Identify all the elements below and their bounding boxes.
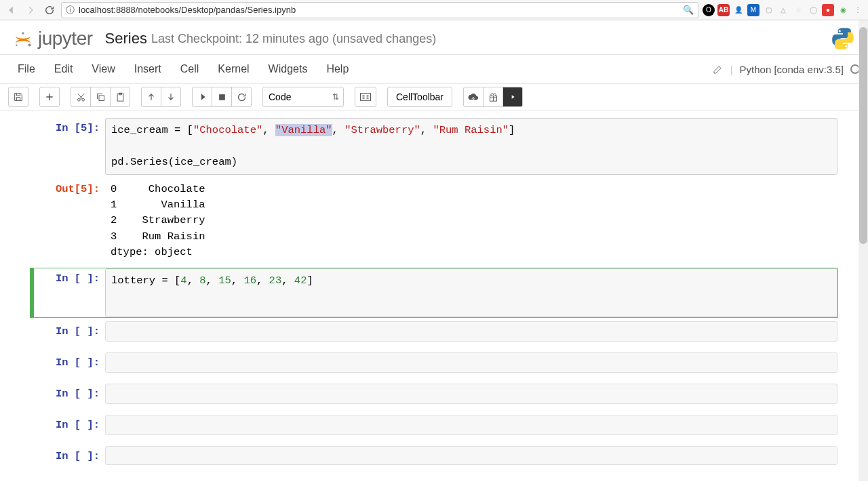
python-logo xyxy=(830,26,856,52)
nav-forward-button[interactable] xyxy=(23,3,38,18)
add-cell-button[interactable] xyxy=(39,87,60,107)
notebook-area: In [5]: ice_cream = ["Chocolate", "Vanil… xyxy=(0,110,868,485)
svg-point-1 xyxy=(28,44,31,47)
menu-help[interactable]: Help xyxy=(317,58,358,81)
code-input-empty[interactable] xyxy=(105,352,837,373)
code-input-5[interactable]: ice_cream = ["Chocolate", "Vanilla", "St… xyxy=(105,118,837,175)
browser-chrome: ⓘ localhost:8888/notebooks/Desktop/panda… xyxy=(0,0,868,20)
restart-kernel-button[interactable] xyxy=(231,87,252,107)
scrollbar-thumb[interactable] xyxy=(859,27,867,244)
ext-icon-5[interactable]: ▢ xyxy=(762,4,774,16)
ext-icon-9[interactable]: ● xyxy=(822,4,834,16)
in-prompt-empty: In [ ]: xyxy=(34,415,105,435)
kernel-name[interactable]: Python [conda env:3.5] xyxy=(740,64,844,75)
svg-rect-11 xyxy=(361,94,371,101)
jupyter-logo[interactable]: jupyter xyxy=(12,28,93,49)
page-zoom-icon[interactable]: 🔍 xyxy=(683,5,694,15)
url-bar[interactable]: ⓘ localhost:8888/notebooks/Desktop/panda… xyxy=(61,2,698,18)
upload-button[interactable] xyxy=(463,87,484,107)
toolbar: Code CellToolbar xyxy=(0,84,868,110)
output-cell-5: Out[5]: 0 Chocolate 1 Vanilla 2 Strawber… xyxy=(30,178,838,264)
celltoolbar-button[interactable]: CellToolbar xyxy=(387,87,452,107)
browser-menu-icon[interactable]: ⋮ xyxy=(852,4,864,16)
copy-button[interactable] xyxy=(90,87,111,107)
in-prompt-empty: In [ ]: xyxy=(34,321,105,342)
move-down-button[interactable] xyxy=(161,87,181,107)
code-cell-empty-2[interactable]: In [ ]: xyxy=(30,352,838,373)
out-prompt-5: Out[5]: xyxy=(34,179,105,263)
ext-icon-6[interactable]: △ xyxy=(777,4,789,16)
code-input-empty[interactable] xyxy=(105,321,837,342)
gift-button[interactable] xyxy=(483,87,503,107)
svg-rect-7 xyxy=(99,96,104,101)
menu-insert[interactable]: Insert xyxy=(125,58,171,81)
ext-icon-10[interactable]: ◉ xyxy=(837,4,849,16)
cell-type-label: Code xyxy=(269,92,291,102)
command-palette-button[interactable] xyxy=(355,87,376,107)
site-info-icon[interactable]: ⓘ xyxy=(66,4,75,16)
celltoolbar-label: CellToolbar xyxy=(396,92,443,102)
in-prompt-5: In [5]: xyxy=(34,118,105,175)
jupyter-header: jupyter Series Last Checkpoint: 12 minut… xyxy=(0,20,868,55)
code-cell-empty-5[interactable]: In [ ]: xyxy=(30,445,838,466)
stop-button[interactable] xyxy=(212,87,232,107)
code-input-empty[interactable] xyxy=(105,384,837,404)
code-cell-empty-1[interactable]: In [ ]: xyxy=(30,321,838,342)
in-prompt-empty: In [ ]: xyxy=(34,384,105,404)
presentation-button[interactable] xyxy=(502,87,523,107)
in-prompt-empty: In [ ]: xyxy=(34,446,105,465)
in-prompt-empty: In [ ]: xyxy=(34,352,105,373)
jupyter-logo-text: jupyter xyxy=(38,28,93,49)
notebook-title[interactable]: Series xyxy=(105,30,147,47)
svg-point-0 xyxy=(22,32,24,34)
ext-icon-star[interactable]: ☆ xyxy=(792,4,804,16)
menu-kernel[interactable]: Kernel xyxy=(208,58,258,81)
svg-point-4 xyxy=(845,45,847,47)
svg-point-3 xyxy=(839,30,841,32)
ext-icon-3[interactable]: 👤 xyxy=(732,4,745,16)
code-input-empty[interactable] xyxy=(105,415,837,435)
svg-rect-10 xyxy=(219,94,225,100)
scrollbar-track[interactable] xyxy=(859,20,868,481)
ext-icon-4[interactable]: M xyxy=(747,4,760,16)
menu-edit[interactable]: Edit xyxy=(45,58,83,81)
cell-type-select[interactable]: Code xyxy=(262,87,344,107)
move-up-button[interactable] xyxy=(141,87,161,107)
menu-view[interactable]: View xyxy=(82,58,124,81)
extension-icons: O AB 👤 M ▢ △ ☆ ◯ ● ◉ ⋮ xyxy=(703,4,864,16)
code-cell-active[interactable]: In [ ]: lottery = [4, 8, 15, 16, 23, 42] xyxy=(30,268,838,318)
cut-button[interactable] xyxy=(71,87,91,107)
menu-widgets[interactable]: Widgets xyxy=(259,58,317,81)
run-button[interactable] xyxy=(192,87,212,107)
ext-icon-abp[interactable]: AB xyxy=(717,4,730,16)
url-text: localhost:8888/notebooks/Desktop/pandas/… xyxy=(79,5,296,15)
svg-point-2 xyxy=(16,44,17,45)
in-prompt-active: In [ ]: xyxy=(34,268,105,317)
code-cell-empty-3[interactable]: In [ ]: xyxy=(30,383,838,405)
menu-cell[interactable]: Cell xyxy=(171,58,209,81)
checkpoint-text: Last Checkpoint: 12 minutes ago (unsaved… xyxy=(151,32,436,46)
nav-back-button[interactable] xyxy=(4,3,19,18)
code-cell-5[interactable]: In [5]: ice_cream = ["Chocolate", "Vanil… xyxy=(30,117,838,176)
menubar: File Edit View Insert Cell Kernel Widget… xyxy=(0,55,868,84)
paste-button[interactable] xyxy=(110,87,130,107)
nav-reload-button[interactable] xyxy=(42,3,57,18)
code-input-active[interactable]: lottery = [4, 8, 15, 16, 23, 42] xyxy=(105,268,837,317)
edit-icon[interactable] xyxy=(713,64,724,75)
ext-icon-8[interactable]: ◯ xyxy=(807,4,819,16)
menu-file[interactable]: File xyxy=(8,58,45,81)
code-input-empty[interactable] xyxy=(105,446,837,465)
output-area-5: 0 Chocolate 1 Vanilla 2 Strawberry 3 Rum… xyxy=(105,179,211,263)
code-cell-empty-4[interactable]: In [ ]: xyxy=(30,414,838,436)
ext-icon-1[interactable]: O xyxy=(703,4,715,16)
save-button[interactable] xyxy=(8,87,28,107)
